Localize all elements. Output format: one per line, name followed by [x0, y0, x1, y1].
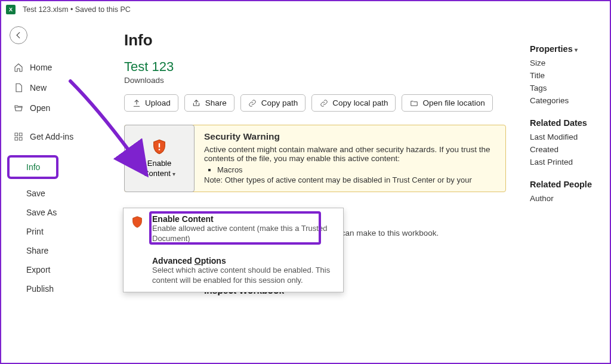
nav-open-label: Open — [30, 103, 50, 113]
svg-rect-1 — [19, 133, 22, 136]
security-warning-note: Note: Other types of active content may … — [204, 175, 497, 184]
nav-save[interactable]: Save — [10, 184, 91, 203]
prop-last-modified: Last Modified — [530, 132, 606, 141]
share-label: Share — [205, 98, 227, 107]
security-warning-panel: EnableContent Security Warning Active co… — [124, 125, 506, 192]
file-actions-row: Upload Share Copy path Copy local path O… — [124, 94, 524, 112]
enable-content-option[interactable]: Enable Content Enable allowed active con… — [124, 208, 343, 250]
shield-icon — [131, 215, 145, 244]
nav-save-label: Save — [13, 189, 45, 198]
window-title-filename: Test 123.xlsm — [23, 5, 68, 14]
enable-content-option-desc: Enable allowed active content (make this… — [152, 224, 335, 244]
folder-icon — [409, 98, 418, 107]
svg-rect-3 — [19, 137, 22, 140]
advanced-options-option[interactable]: Advanced Options Select which active con… — [124, 250, 343, 292]
svg-rect-2 — [15, 137, 18, 140]
shield-warning-icon — [151, 138, 168, 155]
nav-home-label: Home — [30, 63, 52, 72]
nav-info[interactable]: Info — [10, 158, 56, 177]
security-warning-heading: Security Warning — [204, 131, 497, 142]
nav-open[interactable]: Open — [10, 98, 91, 118]
related-dates-heading: Related Dates — [530, 118, 606, 128]
nav-export[interactable]: Export — [10, 260, 91, 279]
nav-new[interactable]: New — [10, 78, 91, 98]
prop-tags: Tags — [530, 84, 606, 92]
info-panel: Info Test 123 Downloads Upload Share Cop… — [97, 18, 530, 363]
nav-addins-label: Get Add-ins — [30, 132, 73, 141]
open-location-label: Open file location — [422, 98, 485, 107]
copy-local-path-label: Copy local path — [332, 98, 388, 107]
prop-title: Title — [530, 71, 606, 80]
enable-content-dropdown: Enable Content Enable allowed active con… — [123, 208, 344, 292]
folder-open-icon — [13, 103, 24, 113]
home-icon — [13, 62, 24, 73]
security-warning-item: Macros — [217, 165, 497, 174]
svg-rect-4 — [159, 143, 160, 147]
nav-publish-label: Publish — [13, 284, 54, 294]
share-button[interactable]: Share — [184, 94, 234, 112]
properties-panel: Properties Size Title Tags Categories Re… — [530, 18, 610, 363]
svg-rect-0 — [15, 133, 18, 136]
advanced-options-desc: Select which active content should be en… — [152, 266, 335, 286]
nav-home[interactable]: Home — [10, 57, 91, 78]
properties-heading[interactable]: Properties — [530, 44, 606, 54]
nav-publish[interactable]: Publish — [10, 279, 91, 298]
prop-categories: Categories — [530, 96, 606, 105]
upload-button[interactable]: Upload — [124, 94, 178, 112]
advanced-options-title: Advanced Options — [152, 256, 335, 266]
nav-share[interactable]: Share — [10, 241, 91, 260]
prop-created: Created — [530, 145, 606, 154]
prop-author: Author — [530, 194, 606, 203]
document-title: Test 123 — [124, 59, 524, 75]
enable-content-label: EnableContent — [143, 159, 175, 178]
enable-content-button[interactable]: EnableContent — [124, 125, 195, 192]
nav-share-label: Share — [13, 246, 48, 255]
nav-saveas-label: Save As — [13, 208, 57, 217]
document-location: Downloads — [124, 76, 524, 85]
title-bar: X Test 123.xlsm • Saved to this PC — [1, 1, 610, 18]
page-title: Info — [124, 31, 524, 50]
file-icon — [13, 82, 24, 93]
nav-info-label: Info — [13, 162, 40, 172]
nav-save-as[interactable]: Save As — [10, 203, 91, 222]
window-title-save-status: Saved to this PC — [75, 5, 131, 14]
nav-print[interactable]: Print — [10, 222, 91, 241]
nav-get-addins[interactable]: Get Add-ins — [10, 127, 91, 147]
link-icon — [248, 98, 257, 107]
prop-size: Size — [530, 58, 606, 67]
enable-content-option-title: Enable Content — [152, 214, 335, 224]
open-file-location-button[interactable]: Open file location — [402, 94, 492, 112]
svg-rect-5 — [159, 149, 160, 150]
arrow-left-icon — [14, 31, 23, 39]
nav-new-label: New — [30, 83, 47, 92]
nav-print-label: Print — [13, 227, 44, 236]
related-people-heading: Related People — [530, 180, 606, 189]
prop-last-printed: Last Printed — [530, 158, 606, 166]
nav-export-label: Export — [13, 265, 50, 274]
copy-local-path-button[interactable]: Copy local path — [311, 94, 396, 112]
security-warning-description: Active content might contain malware and… — [204, 145, 497, 163]
annotation-highlight-info: Info — [7, 155, 58, 179]
back-button[interactable] — [10, 26, 27, 44]
excel-app-icon: X — [6, 5, 16, 14]
copy-path-label: Copy path — [261, 98, 298, 107]
upload-icon — [132, 98, 141, 107]
link-icon — [319, 98, 328, 107]
backstage-sidebar: Home New Open Get Add-ins Info Save Save… — [1, 18, 97, 363]
copy-path-button[interactable]: Copy path — [240, 94, 306, 112]
addins-grid-icon — [13, 131, 24, 142]
share-icon — [192, 98, 201, 107]
upload-label: Upload — [145, 98, 171, 107]
